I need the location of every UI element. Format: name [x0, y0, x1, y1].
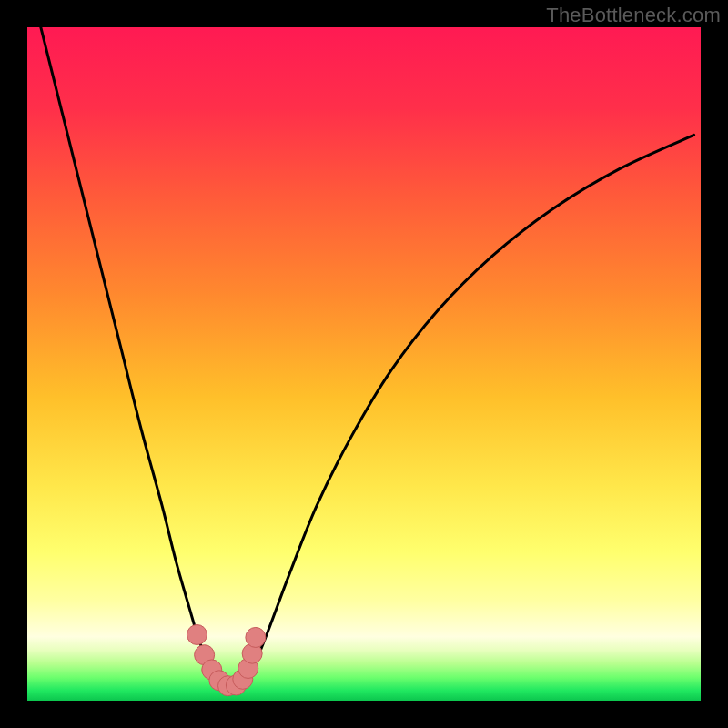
- plot-area: [27, 27, 701, 701]
- highlight-markers: [187, 624, 265, 695]
- chart-frame: TheBottleneck.com: [0, 0, 728, 728]
- bottleneck-curve: [41, 27, 694, 686]
- curve-layer: [27, 27, 701, 701]
- marker-point: [187, 624, 207, 644]
- watermark-text: TheBottleneck.com: [546, 4, 721, 27]
- marker-point: [246, 627, 266, 647]
